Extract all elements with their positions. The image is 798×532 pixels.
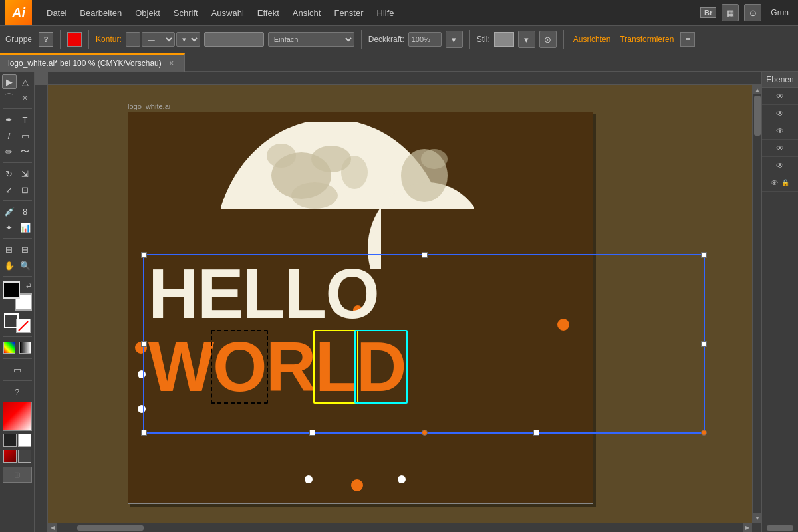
transform-tool[interactable]: ⊡: [18, 182, 33, 197]
gradient-indicator[interactable]: [3, 402, 32, 431]
menu-effekt[interactable]: Effekt: [251, 5, 286, 21]
artboard-nav-btn[interactable]: ⊞: [3, 467, 32, 483]
selection-tool[interactable]: ▶: [2, 74, 17, 89]
help-btn[interactable]: ?: [10, 384, 25, 399]
handle-mr[interactable]: [701, 341, 707, 347]
layer-3-eye[interactable]: 👁: [776, 126, 784, 136]
tool-sep-6: [3, 336, 32, 337]
layer-6-eye[interactable]: 👁: [771, 178, 779, 188]
foreground-color-box[interactable]: [3, 281, 20, 299]
menu-objekt[interactable]: Objekt: [128, 5, 167, 21]
scroll-down-arrow[interactable]: ▼: [753, 513, 761, 523]
workspace-label[interactable]: Grun: [767, 7, 793, 19]
chart-tool[interactable]: 📊: [18, 220, 33, 235]
scroll-h-thumb[interactable]: [77, 525, 144, 531]
blend-tool[interactable]: 8: [18, 204, 33, 219]
layer-4-eye[interactable]: 👁: [776, 144, 784, 153]
text-tool[interactable]: T: [18, 112, 33, 127]
magic-wand-tool[interactable]: ✳: [18, 90, 33, 105]
layer-row-4: 👁: [762, 140, 798, 157]
swap-colors-icon[interactable]: ⇄: [26, 282, 31, 289]
handle-bl[interactable]: [141, 430, 147, 436]
doc-tab-name: logo_white.ai* bei 100 % (CMYK/Vorschau): [8, 59, 162, 68]
layers-scrollbar[interactable]: [762, 523, 798, 532]
white-swatch[interactable]: [18, 434, 31, 447]
toolbar-sep-4: [469, 30, 470, 49]
color-swatches-row: [3, 434, 31, 447]
stil-options-icon[interactable]: ▾: [518, 31, 535, 48]
grid-icon[interactable]: ▦: [722, 4, 739, 21]
black-swatch[interactable]: [3, 434, 17, 447]
bottom-sel-dot-1[interactable]: [305, 475, 313, 483]
deckkraft-input[interactable]: [408, 32, 442, 47]
pencil-tool[interactable]: ✏: [2, 144, 17, 159]
zoom-tool[interactable]: 🔍: [18, 258, 33, 273]
handle-tr[interactable]: [701, 252, 707, 258]
kontur-spinner-up[interactable]: [126, 32, 140, 47]
toolbar-end-icon[interactable]: ≡: [680, 32, 695, 47]
handle-bml[interactable]: [309, 430, 315, 436]
red-gradient-swatch[interactable]: [3, 450, 17, 463]
tool-row-question: ?: [10, 384, 25, 399]
rect-tool[interactable]: ▭: [18, 128, 33, 143]
layer-1-eye[interactable]: 👁: [776, 92, 784, 101]
gradient-fill-mode[interactable]: [18, 340, 33, 355]
handle-bmr[interactable]: [533, 430, 539, 436]
menu-hilfe[interactable]: Hilfe: [370, 5, 401, 21]
menu-auswahl[interactable]: Auswahl: [205, 5, 251, 21]
menu-ansicht[interactable]: Ansicht: [286, 5, 328, 21]
layer-2-eye[interactable]: 👁: [776, 109, 784, 118]
eyedropper-tool[interactable]: 💉: [2, 204, 17, 219]
warp-tool[interactable]: ⤢: [2, 182, 17, 197]
slice-tool[interactable]: ⊟: [18, 242, 33, 257]
document-tab[interactable]: logo_white.ai* bei 100 % (CMYK/Vorschau)…: [0, 53, 185, 72]
scale-tool[interactable]: ⇲: [18, 166, 33, 181]
bottom-sel-dot-2[interactable]: [351, 479, 363, 491]
artboard-tool[interactable]: ⊞: [2, 242, 17, 257]
global-style-icon[interactable]: ⊙: [539, 31, 557, 48]
brush-tool[interactable]: 〜: [18, 144, 33, 159]
vertical-scrollbar[interactable]: ▲ ▼: [752, 85, 761, 523]
transformieren-btn[interactable]: Transformieren: [617, 33, 676, 45]
handle-br[interactable]: [701, 430, 707, 436]
dark-swatch[interactable]: [18, 450, 31, 463]
broadcast-icon[interactable]: ⊙: [744, 4, 761, 21]
rotate-tool[interactable]: ↻: [2, 166, 17, 181]
scroll-left-arrow[interactable]: ◀: [48, 523, 57, 533]
color-fill-mode[interactable]: [2, 340, 17, 355]
handle-bm[interactable]: [422, 430, 428, 436]
symbol-tool[interactable]: ✦: [2, 220, 17, 235]
layer-5-eye[interactable]: 👁: [776, 161, 784, 170]
scroll-up-arrow[interactable]: ▲: [753, 85, 761, 94]
menu-datei[interactable]: Datei: [40, 5, 73, 21]
ausrichten-btn[interactable]: Ausrichten: [571, 33, 614, 45]
handle-tl[interactable]: [141, 252, 147, 258]
scroll-v-thumb[interactable]: [754, 96, 761, 136]
pen-tool[interactable]: ✒: [2, 112, 17, 127]
stroke-style-select[interactable]: Einfach: [268, 32, 354, 47]
stroke-box[interactable]: [4, 313, 19, 328]
stroke-color-box[interactable]: [204, 32, 264, 47]
deco-dot-white-1: [138, 370, 146, 378]
group-question[interactable]: ?: [39, 32, 53, 47]
line-tool[interactable]: /: [2, 128, 17, 143]
canvas-area[interactable]: ▲ ▼ ◀ ▶: [35, 72, 761, 532]
normal-screen-btn[interactable]: ▭: [10, 362, 25, 377]
deckkraft-options-icon[interactable]: ▾: [446, 31, 463, 48]
color-fill-btn[interactable]: [67, 32, 82, 47]
artboard[interactable]: HELLO W O R L D: [128, 112, 593, 504]
direct-selection-tool[interactable]: △: [18, 74, 33, 89]
menu-bearbeiten[interactable]: Bearbeiten: [73, 5, 128, 21]
layers-scroll-thumb[interactable]: [767, 525, 793, 531]
doc-tab-close[interactable]: ×: [167, 59, 176, 68]
kontur-type-select[interactable]: ▾: [176, 32, 200, 47]
bottom-sel-dot-3[interactable]: [398, 475, 406, 483]
hand-tool[interactable]: ✋: [2, 258, 17, 273]
stil-box[interactable]: [494, 32, 514, 47]
scroll-right-arrow[interactable]: ▶: [743, 523, 752, 533]
kontur-select[interactable]: —: [142, 32, 175, 47]
menu-schrift[interactable]: Schrift: [167, 5, 205, 21]
lasso-tool[interactable]: ⌒: [2, 90, 17, 105]
horizontal-scrollbar[interactable]: ◀ ▶: [48, 523, 752, 532]
menu-fenster[interactable]: Fenster: [327, 5, 370, 21]
